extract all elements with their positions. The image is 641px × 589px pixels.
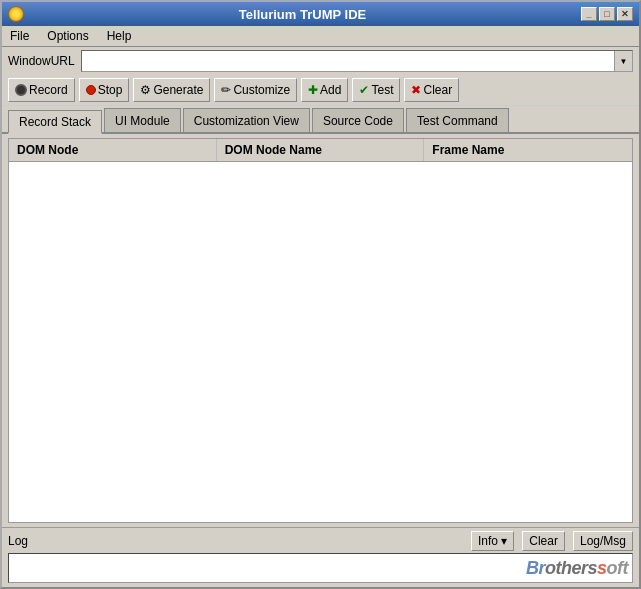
tab-source-code[interactable]: Source Code xyxy=(312,108,404,132)
col-frame-name: Frame Name xyxy=(424,139,632,161)
tab-record-stack[interactable]: Record Stack xyxy=(8,110,102,134)
menu-help[interactable]: Help xyxy=(103,28,136,44)
watermark-soft: s xyxy=(597,558,607,578)
watermark-br: Br xyxy=(526,558,545,578)
url-bar: WindowURL ▼ xyxy=(2,47,639,75)
test-button[interactable]: ✔ Test xyxy=(352,78,400,102)
menubar: File Options Help xyxy=(2,26,639,47)
generate-icon: ⚙ xyxy=(140,83,151,97)
tab-source-code-label: Source Code xyxy=(323,114,393,128)
record-icon xyxy=(15,84,27,96)
test-label: Test xyxy=(371,83,393,97)
dropdown-arrow-icon: ▼ xyxy=(620,57,628,66)
col-dom-node-name: DOM Node Name xyxy=(217,139,425,161)
bottom-bar: Log Info ▾ Clear Log/Msg xyxy=(2,527,639,553)
maximize-button[interactable]: □ xyxy=(599,7,615,21)
clear-label: Clear xyxy=(423,83,452,97)
minimize-button[interactable]: _ xyxy=(581,7,597,21)
customize-button[interactable]: ✏ Customize xyxy=(214,78,297,102)
tabs-bar: Record Stack UI Module Customization Vie… xyxy=(2,106,639,134)
main-window: Tellurium TrUMP IDE _ □ ✕ File Options H… xyxy=(0,0,641,589)
bottom-clear-button[interactable]: Clear xyxy=(522,531,565,551)
watermark-oft: oft xyxy=(607,558,628,578)
tab-customization-view[interactable]: Customization View xyxy=(183,108,310,132)
customize-icon: ✏ xyxy=(221,83,231,97)
content-area: DOM Node DOM Node Name Frame Name xyxy=(8,138,633,523)
stop-button[interactable]: Stop xyxy=(79,78,130,102)
tab-test-command-label: Test Command xyxy=(417,114,498,128)
close-button[interactable]: ✕ xyxy=(617,7,633,21)
add-label: Add xyxy=(320,83,341,97)
clear-button[interactable]: ✖ Clear xyxy=(404,78,459,102)
col-dom-node: DOM Node xyxy=(9,139,217,161)
watermark: Brotherssoft xyxy=(526,558,628,579)
customize-label: Customize xyxy=(233,83,290,97)
record-button[interactable]: Record xyxy=(8,78,75,102)
watermark-others: others xyxy=(545,558,597,578)
clear-icon: ✖ xyxy=(411,83,421,97)
toolbar: Record Stop ⚙ Generate ✏ Customize ✚ Add… xyxy=(2,75,639,106)
tab-ui-module[interactable]: UI Module xyxy=(104,108,181,132)
record-label: Record xyxy=(29,83,68,97)
app-icon xyxy=(8,6,24,22)
generate-label: Generate xyxy=(153,83,203,97)
titlebar: Tellurium TrUMP IDE _ □ ✕ xyxy=(2,2,639,26)
window-title: Tellurium TrUMP IDE xyxy=(24,7,581,22)
bottom-right: Info ▾ Clear Log/Msg xyxy=(471,531,633,551)
titlebar-left xyxy=(8,6,24,22)
status-area: Brotherssoft xyxy=(8,553,633,583)
url-input-wrapper: ▼ xyxy=(81,50,633,72)
table-header: DOM Node DOM Node Name Frame Name xyxy=(9,139,632,162)
tab-record-stack-label: Record Stack xyxy=(19,115,91,129)
tab-customization-view-label: Customization View xyxy=(194,114,299,128)
tab-test-command[interactable]: Test Command xyxy=(406,108,509,132)
stop-icon xyxy=(86,85,96,95)
table-body xyxy=(9,162,632,522)
stop-label: Stop xyxy=(98,83,123,97)
url-dropdown-button[interactable]: ▼ xyxy=(614,51,632,71)
menu-file[interactable]: File xyxy=(6,28,33,44)
add-icon: ✚ xyxy=(308,83,318,97)
generate-button[interactable]: ⚙ Generate xyxy=(133,78,210,102)
log-msg-button[interactable]: Log/Msg xyxy=(573,531,633,551)
titlebar-buttons: _ □ ✕ xyxy=(581,7,633,21)
menu-options[interactable]: Options xyxy=(43,28,92,44)
add-button[interactable]: ✚ Add xyxy=(301,78,348,102)
log-label: Log xyxy=(8,534,28,548)
info-button[interactable]: Info ▾ xyxy=(471,531,514,551)
url-input[interactable] xyxy=(82,52,614,70)
tab-ui-module-label: UI Module xyxy=(115,114,170,128)
test-icon: ✔ xyxy=(359,83,369,97)
url-label: WindowURL xyxy=(8,54,75,68)
